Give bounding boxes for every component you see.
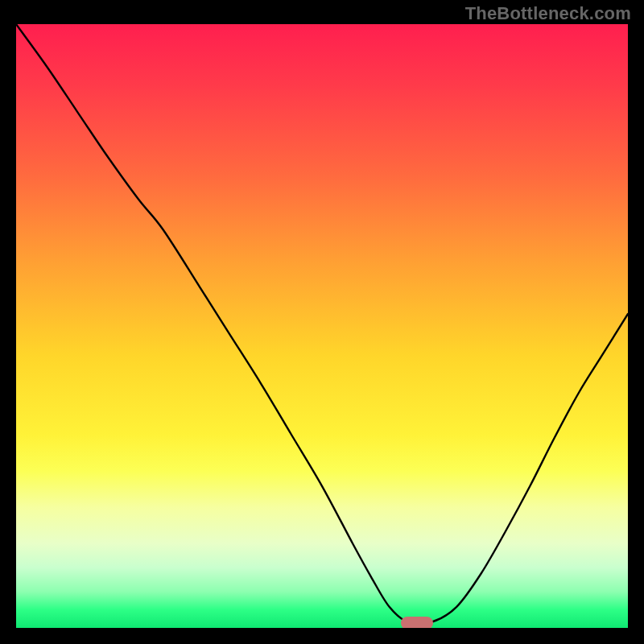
watermark-label: TheBottleneck.com [465, 3, 631, 24]
curve-layer [16, 24, 628, 628]
chart-frame: TheBottleneck.com [0, 0, 644, 644]
gradient-rect [16, 24, 628, 628]
plot-area [16, 24, 628, 628]
optimal-marker [401, 617, 433, 628]
